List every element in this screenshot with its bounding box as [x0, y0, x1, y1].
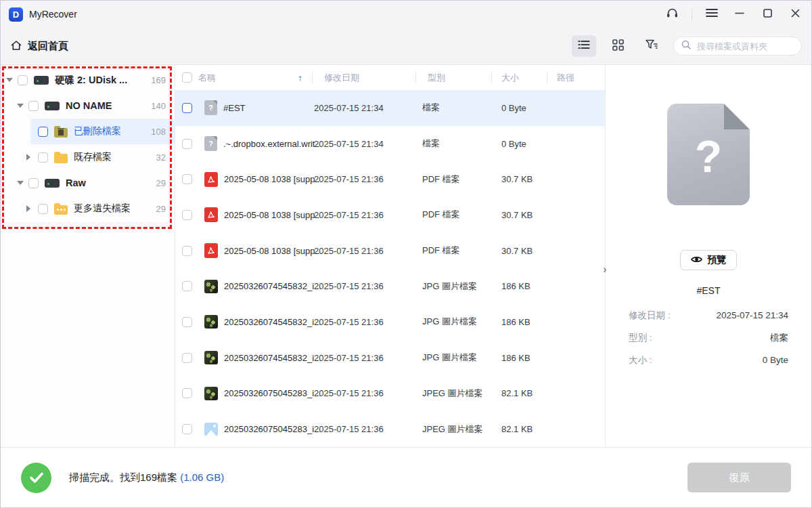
file-name: 20250326074545832_i...: [224, 353, 321, 363]
detail-value: 2025-07-15 21:34: [716, 310, 788, 320]
recover-button[interactable]: 復原: [687, 463, 791, 492]
app-logo-letter: D: [13, 9, 19, 20]
row-checkbox[interactable]: [182, 424, 192, 434]
table-row[interactable]: 2025-05-08 1038 [supp... 2025-07-15 21:3…: [175, 161, 605, 197]
column-header-name[interactable]: 名稱 ↑: [175, 65, 312, 90]
search-icon: [681, 39, 692, 53]
tree-label: NO NAME: [66, 100, 112, 111]
table-row[interactable]: ?#EST 2025-07-15 21:34 檔案 0 Byte: [175, 90, 605, 126]
file-size: 186 KB: [491, 317, 547, 327]
sort-ascending-icon[interactable]: ↑: [298, 72, 302, 83]
table-header: 名稱 ↑ 修改日期 型別 大小 路徑: [175, 65, 605, 90]
tree-item-noname[interactable]: NO NAME 140: [1, 93, 175, 119]
support-headset-button[interactable]: [664, 6, 680, 22]
file-date: 2025-07-15 21:36: [312, 353, 415, 363]
file-date: 2025-07-15 21:36: [312, 281, 415, 291]
file-size: 186 KB: [491, 353, 547, 363]
table-row[interactable]: 20250326075045283_i... 2025-07-15 21:36 …: [175, 411, 605, 447]
table-row[interactable]: 20250326074545832_i... 2025-07-15 21:36 …: [175, 340, 605, 376]
toolbar-right-group: [572, 35, 802, 57]
checkbox-raw[interactable]: [28, 178, 39, 188]
tree-label: 硬碟 2: UDisk ...: [55, 74, 127, 87]
minimize-button[interactable]: [731, 6, 748, 22]
image-placeholder-icon: [204, 423, 218, 436]
home-icon: [10, 39, 22, 54]
photo-thumbnail-icon: [204, 280, 218, 293]
table-row[interactable]: 2025-05-08 1038 [supp... 2025-07-15 21:3…: [175, 233, 605, 269]
preview-button[interactable]: 預覽: [680, 250, 737, 270]
table-row[interactable]: 20250326074545832_i... 2025-07-15 21:36 …: [175, 304, 605, 340]
file-count: 29: [156, 178, 166, 188]
column-label-name: 名稱: [198, 72, 216, 84]
column-header-type[interactable]: 型別: [415, 65, 491, 90]
folder-tree-sidebar: 硬碟 2: UDisk ... 169 NO NAME 140 已刪除檔案 10…: [1, 65, 175, 447]
checkbox-disk2[interactable]: [18, 75, 28, 85]
detail-label: 大小 :: [629, 354, 652, 366]
caret-right-icon[interactable]: [26, 154, 30, 161]
file-size: 30.7 KB: [491, 174, 547, 184]
row-checkbox[interactable]: [182, 317, 192, 327]
checkbox-more-lost-files[interactable]: [38, 204, 48, 214]
table-row[interactable]: 2025-05-08 1038 [supp... 2025-07-15 21:3…: [175, 197, 605, 233]
grid-view-button[interactable]: [606, 35, 630, 57]
file-size: 0 Byte: [491, 103, 547, 113]
detail-value: 檔案: [770, 332, 788, 344]
detail-row-size: 大小 : 0 Byte: [629, 349, 788, 371]
tree-item-disk2[interactable]: 硬碟 2: UDisk ... 169: [1, 67, 175, 93]
caret-right-icon[interactable]: [26, 205, 30, 212]
file-count: 140: [151, 101, 166, 111]
maximize-button[interactable]: [759, 6, 775, 22]
tree-item-more-lost-files[interactable]: 更多遺失檔案 29: [1, 196, 175, 221]
minimize-icon: [735, 8, 744, 20]
table-row[interactable]: ?.~.dropbox.external.writ... 2025-07-15 …: [175, 126, 605, 162]
pdf-file-icon: [204, 207, 218, 222]
column-header-size[interactable]: 大小: [491, 65, 547, 90]
scan-total-size: (1.06 GB): [180, 471, 224, 483]
checkbox-existing-files[interactable]: [38, 152, 48, 163]
drive-icon: [45, 102, 60, 110]
column-header-date[interactable]: 修改日期: [312, 65, 415, 90]
row-checkbox[interactable]: [182, 103, 192, 113]
row-checkbox[interactable]: [182, 174, 192, 184]
filter-button[interactable]: [639, 35, 664, 57]
caret-down-icon[interactable]: [6, 78, 13, 82]
search-input[interactable]: [696, 41, 794, 52]
column-header-path[interactable]: 路徑: [547, 65, 605, 90]
tree-label: 既存檔案: [74, 151, 112, 163]
tree-label: 更多遺失檔案: [74, 203, 131, 215]
detail-row-date: 修改日期 : 2025-07-15 21:34: [629, 304, 788, 326]
file-size: 186 KB: [491, 281, 547, 291]
checkbox-noname[interactable]: [28, 101, 39, 111]
list-view-button[interactable]: [572, 35, 596, 57]
tree-item-deleted-files[interactable]: 已刪除檔案 108: [1, 119, 175, 144]
file-type: JPG 圖片檔案: [415, 352, 491, 364]
caret-down-icon[interactable]: [17, 181, 24, 185]
row-checkbox[interactable]: [182, 210, 192, 220]
row-checkbox[interactable]: [182, 139, 192, 149]
file-name: 2025-05-08 1038 [supp...: [224, 210, 322, 220]
file-date: 2025-07-15 21:34: [312, 103, 415, 113]
row-checkbox[interactable]: [182, 246, 192, 256]
tree-item-existing-files[interactable]: 既存檔案 32: [1, 144, 175, 170]
toolbar: 返回首頁: [1, 28, 811, 65]
file-name: 20250326074545832_i...: [224, 281, 321, 291]
file-date: 2025-07-15 21:36: [312, 424, 415, 434]
file-count: 32: [156, 152, 166, 163]
preview-button-label: 預覽: [707, 254, 726, 266]
caret-down-icon[interactable]: [17, 104, 24, 108]
table-row[interactable]: 20250326074545832_i... 2025-07-15 21:36 …: [175, 268, 605, 304]
menu-button[interactable]: [704, 6, 720, 22]
search-box: [673, 37, 802, 56]
back-home-button[interactable]: 返回首頁: [10, 39, 68, 54]
row-checkbox[interactable]: [182, 353, 192, 363]
tree-item-raw[interactable]: Raw 29: [1, 170, 175, 196]
checkbox-deleted-files[interactable]: [38, 127, 48, 137]
close-button[interactable]: [787, 6, 803, 22]
row-checkbox[interactable]: [182, 281, 192, 291]
window-controls: [664, 6, 803, 22]
select-all-checkbox[interactable]: [182, 72, 192, 83]
preview-panel-collapse-handle[interactable]: ›: [599, 260, 611, 279]
file-type: JPG 圖片檔案: [415, 316, 491, 328]
table-row[interactable]: 20250326075045283_i... 2025-07-15 21:36 …: [175, 376, 605, 412]
row-checkbox[interactable]: [182, 388, 192, 398]
